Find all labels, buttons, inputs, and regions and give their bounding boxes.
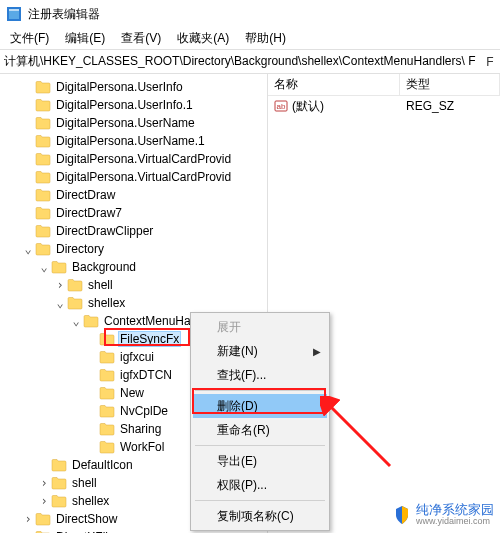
- tree-item[interactable]: DigitalPersona.UserInfo.1: [0, 96, 267, 114]
- folder-icon: [35, 206, 51, 220]
- tree-item[interactable]: DirectDraw7: [0, 204, 267, 222]
- tree-item[interactable]: DigitalPersona.VirtualCardProvid: [0, 150, 267, 168]
- submenu-arrow-icon: ▶: [313, 346, 321, 357]
- address-path[interactable]: 计算机\HKEY_CLASSES_ROOT\Directory\Backgrou…: [0, 51, 480, 72]
- chevron-down-icon[interactable]: ⌄: [38, 260, 50, 274]
- cell-name: ab (默认): [268, 98, 400, 115]
- menu-copykeyname[interactable]: 复制项名称(C): [193, 504, 327, 528]
- menu-help[interactable]: 帮助(H): [237, 28, 294, 49]
- chevron-right-icon[interactable]: ›: [38, 476, 50, 490]
- folder-icon: [99, 386, 115, 400]
- tree-item-label: igfxcui: [118, 350, 156, 364]
- title-bar: 注册表编辑器: [0, 0, 500, 28]
- watermark-text: 纯净系统家园: [416, 503, 494, 517]
- list-row-default[interactable]: ab (默认) REG_SZ: [268, 96, 500, 116]
- menu-bar: 文件(F) 编辑(E) 查看(V) 收藏夹(A) 帮助(H): [0, 28, 500, 50]
- tree-item[interactable]: DirectDraw: [0, 186, 267, 204]
- tree-item-label: DirectShow: [54, 512, 119, 526]
- chevron-down-icon[interactable]: ⌄: [22, 242, 34, 256]
- tree-item[interactable]: DigitalPersona.VirtualCardProvid: [0, 168, 267, 186]
- app-icon: [6, 6, 22, 22]
- folder-icon: [51, 494, 67, 508]
- chevron-down-icon[interactable]: ⌄: [54, 296, 66, 310]
- tree-item[interactable]: ⌄Background: [0, 258, 267, 276]
- list-body: ab (默认) REG_SZ: [268, 96, 500, 116]
- tree-item-label: DigitalPersona.VirtualCardProvid: [54, 170, 233, 184]
- tree-item[interactable]: DigitalPersona.UserName.1: [0, 132, 267, 150]
- folder-icon: [99, 404, 115, 418]
- menu-rename[interactable]: 重命名(R): [193, 418, 327, 442]
- folder-icon: [99, 332, 115, 346]
- menu-view[interactable]: 查看(V): [113, 28, 169, 49]
- watermark: 纯净系统家园 www.yidaimei.com: [392, 503, 494, 527]
- default-name-label: (默认): [292, 98, 324, 115]
- folder-icon: [35, 224, 51, 238]
- tree-item[interactable]: DigitalPersona.UserName: [0, 114, 267, 132]
- tree-item[interactable]: ⌄Directory: [0, 240, 267, 258]
- folder-icon: [51, 260, 67, 274]
- tree-item-label: DefaultIcon: [70, 458, 135, 472]
- menu-separator: [195, 500, 325, 501]
- address-tail: F: [480, 55, 500, 69]
- folder-icon: [51, 458, 67, 472]
- tree-item-label: DirectDraw: [54, 188, 117, 202]
- folder-icon: [35, 512, 51, 526]
- menu-favorites[interactable]: 收藏夹(A): [169, 28, 237, 49]
- folder-icon: [99, 368, 115, 382]
- menu-find[interactable]: 查找(F)...: [193, 363, 327, 387]
- folder-icon: [35, 242, 51, 256]
- menu-expand[interactable]: 展开: [193, 315, 327, 339]
- chevron-right-icon[interactable]: ›: [38, 494, 50, 508]
- tree-item-label: DirectDraw7: [54, 206, 124, 220]
- watermark-url: www.yidaimei.com: [416, 517, 494, 527]
- menu-permissions[interactable]: 权限(P)...: [193, 473, 327, 497]
- tree-item-label: DigitalPersona.UserInfo: [54, 80, 185, 94]
- tree-item[interactable]: DigitalPersona.UserInfo: [0, 78, 267, 96]
- menu-new-label: 新建(N): [217, 343, 258, 360]
- folder-icon: [35, 98, 51, 112]
- menu-separator: [195, 390, 325, 391]
- tree-item[interactable]: ›shell: [0, 276, 267, 294]
- tree-item-label: igfxDTCN: [118, 368, 174, 382]
- folder-icon: [67, 278, 83, 292]
- tree-item-label: DigitalPersona.UserInfo.1: [54, 98, 195, 112]
- chevron-right-icon[interactable]: ›: [54, 278, 66, 292]
- tree-item-label: DirectDrawClipper: [54, 224, 155, 238]
- menu-delete[interactable]: 删除(D): [193, 394, 327, 418]
- svg-text:ab: ab: [277, 102, 286, 111]
- folder-icon: [35, 170, 51, 184]
- menu-export[interactable]: 导出(E): [193, 449, 327, 473]
- menu-separator: [195, 445, 325, 446]
- window-title: 注册表编辑器: [28, 6, 100, 23]
- chevron-right-icon[interactable]: ›: [22, 512, 34, 526]
- tree-item-label: shellex: [70, 494, 111, 508]
- folder-icon: [83, 314, 99, 328]
- tree-item-label: Directory: [54, 242, 106, 256]
- address-bar: 计算机\HKEY_CLASSES_ROOT\Directory\Backgrou…: [0, 50, 500, 74]
- chevron-down-icon[interactable]: ⌄: [70, 314, 82, 328]
- tree-item-label: DigitalPersona.VirtualCardProvid: [54, 152, 233, 166]
- col-type[interactable]: 类型: [400, 74, 500, 95]
- tree-item-label: shell: [70, 476, 99, 490]
- folder-icon: [67, 296, 83, 310]
- tree-item-label: shell: [86, 278, 115, 292]
- folder-icon: [35, 116, 51, 130]
- tree-item[interactable]: ⌄shellex: [0, 294, 267, 312]
- menu-edit[interactable]: 编辑(E): [57, 28, 113, 49]
- folder-icon: [99, 422, 115, 436]
- cell-type: REG_SZ: [400, 99, 500, 113]
- context-menu: 展开 新建(N)▶ 查找(F)... 删除(D) 重命名(R) 导出(E) 权限…: [190, 312, 330, 531]
- tree-item-label: shellex: [86, 296, 127, 310]
- tree-item-label: Sharing: [118, 422, 163, 436]
- string-value-icon: ab: [274, 99, 288, 113]
- tree-item-label: New: [118, 386, 146, 400]
- tree-item[interactable]: DirectDrawClipper: [0, 222, 267, 240]
- tree-item-label: Background: [70, 260, 138, 274]
- menu-new[interactable]: 新建(N)▶: [193, 339, 327, 363]
- folder-icon: [35, 152, 51, 166]
- col-name[interactable]: 名称: [268, 74, 400, 95]
- list-header: 名称 类型: [268, 74, 500, 96]
- svg-rect-2: [9, 9, 19, 11]
- menu-file[interactable]: 文件(F): [2, 28, 57, 49]
- tree-item-label: DigitalPersona.UserName: [54, 116, 197, 130]
